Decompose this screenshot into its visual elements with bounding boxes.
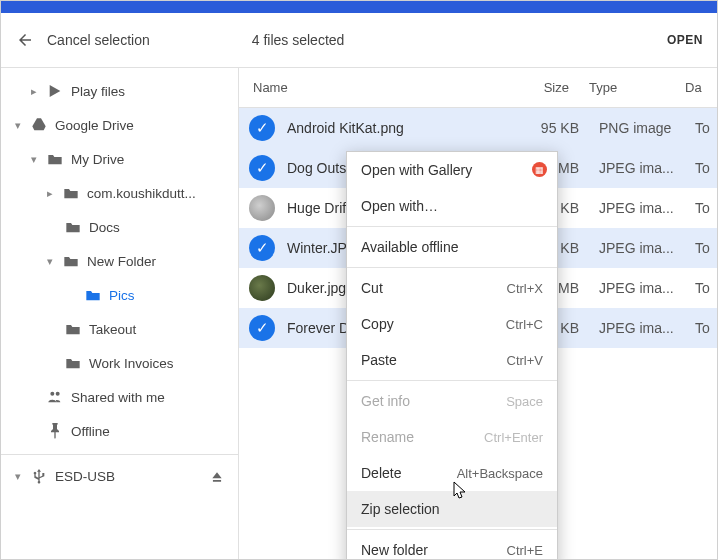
file-date: To	[687, 120, 717, 136]
menu-paste[interactable]: Paste Ctrl+V	[347, 342, 557, 378]
sidebar-item-docs[interactable]: Docs	[1, 210, 238, 244]
sidebar-item-esd-usb[interactable]: ▾ ESD-USB	[1, 454, 238, 494]
chevron-right-icon: ▸	[43, 187, 57, 200]
menu-copy[interactable]: Copy Ctrl+C	[347, 306, 557, 342]
menu-available-offline[interactable]: Available offline	[347, 229, 557, 265]
sidebar-label: Offline	[71, 424, 110, 439]
menu-label: Cut	[361, 280, 383, 296]
check-icon: ✓	[249, 315, 275, 341]
file-date: To	[687, 280, 717, 296]
menu-separator	[347, 380, 557, 381]
menu-open-with[interactable]: Open with…	[347, 188, 557, 224]
sidebar-item-pics[interactable]: Pics	[1, 278, 238, 312]
file-type: JPEG ima...	[589, 240, 687, 256]
col-type-header[interactable]: Type	[579, 80, 677, 95]
cancel-selection-label[interactable]: Cancel selection	[47, 32, 150, 48]
file-date: To	[687, 160, 717, 176]
thumbnail-icon	[249, 195, 275, 221]
file-type: JPEG ima...	[589, 160, 687, 176]
check-icon: ✓	[249, 115, 275, 141]
sidebar-item-google-drive[interactable]: ▾ Google Drive	[1, 108, 238, 142]
people-icon	[45, 390, 65, 404]
menu-label: Zip selection	[361, 501, 440, 517]
menu-label: Paste	[361, 352, 397, 368]
check-icon: ✓	[249, 235, 275, 261]
menu-label: Get info	[361, 393, 410, 409]
open-button[interactable]: OPEN	[667, 33, 703, 47]
sidebar-label: Takeout	[89, 322, 136, 337]
folder-icon	[63, 220, 83, 234]
chevron-down-icon: ▾	[11, 470, 25, 483]
column-headers: Name Size Type Da	[239, 68, 717, 108]
sidebar-label: My Drive	[71, 152, 124, 167]
menu-shortcut: Ctrl+V	[507, 353, 543, 368]
menu-shortcut: Ctrl+E	[507, 543, 543, 558]
folder-icon	[83, 288, 103, 302]
menu-open-gallery[interactable]: Open with Gallery ▦	[347, 152, 557, 188]
menu-label: Copy	[361, 316, 394, 332]
sidebar-item-offline[interactable]: Offline	[1, 414, 238, 448]
play-icon	[45, 83, 65, 99]
menu-delete[interactable]: Delete Alt+Backspace	[347, 455, 557, 491]
sidebar-label: ESD-USB	[55, 469, 115, 484]
thumbnail-icon	[249, 275, 275, 301]
col-date-header[interactable]: Da	[677, 80, 717, 95]
col-name-header[interactable]: Name	[239, 80, 515, 95]
file-row[interactable]: ✓ Android KitKat.png 95 KB PNG image To	[239, 108, 717, 148]
sidebar-label: Shared with me	[71, 390, 165, 405]
sidebar-item-my-drive[interactable]: ▾ My Drive	[1, 142, 238, 176]
sidebar-label: Work Invoices	[89, 356, 174, 371]
menu-new-folder[interactable]: New folder Ctrl+E	[347, 532, 557, 560]
back-arrow-icon[interactable]	[15, 30, 35, 50]
col-size-header[interactable]: Size	[515, 80, 579, 95]
file-type: JPEG ima...	[589, 200, 687, 216]
folder-icon	[63, 356, 83, 370]
folder-icon	[61, 186, 81, 200]
menu-separator	[347, 267, 557, 268]
sidebar-label: Docs	[89, 220, 120, 235]
pin-icon	[45, 423, 65, 439]
check-icon: ✓	[249, 155, 275, 181]
menu-get-info: Get info Space	[347, 383, 557, 419]
sidebar-item-takeout[interactable]: Takeout	[1, 312, 238, 346]
file-size: 95 KB	[525, 120, 589, 136]
menu-shortcut: Alt+Backspace	[457, 466, 543, 481]
selection-count-label: 4 files selected	[252, 32, 345, 48]
cursor-icon	[453, 481, 469, 501]
sidebar-label: Play files	[71, 84, 125, 99]
menu-label: Delete	[361, 465, 401, 481]
chevron-down-icon: ▾	[27, 153, 41, 166]
menu-cut[interactable]: Cut Ctrl+X	[347, 270, 557, 306]
sidebar-item-work-invoices[interactable]: Work Invoices	[1, 346, 238, 380]
sidebar-label: Google Drive	[55, 118, 134, 133]
menu-label: Available offline	[361, 239, 459, 255]
window-titlebar	[1, 1, 717, 13]
sidebar-label: com.koushikdutt...	[87, 186, 196, 201]
sidebar-item-koushikdutt[interactable]: ▸ com.koushikdutt...	[1, 176, 238, 210]
menu-label: Rename	[361, 429, 414, 445]
file-date: To	[687, 200, 717, 216]
file-date: To	[687, 240, 717, 256]
context-menu: Open with Gallery ▦ Open with… Available…	[346, 151, 558, 560]
menu-label: Open with Gallery	[361, 162, 472, 178]
sidebar-item-shared[interactable]: Shared with me	[1, 380, 238, 414]
drive-icon	[29, 117, 49, 133]
menu-shortcut: Space	[506, 394, 543, 409]
chevron-down-icon: ▾	[11, 119, 25, 132]
sidebar-label: Pics	[109, 288, 135, 303]
sidebar-item-new-folder[interactable]: ▾ New Folder	[1, 244, 238, 278]
sidebar: ▸ Play files ▾ Google Drive ▾ My Drive ▸…	[1, 68, 239, 559]
eject-icon[interactable]	[210, 470, 224, 484]
folder-icon	[63, 322, 83, 336]
menu-rename: Rename Ctrl+Enter	[347, 419, 557, 455]
folder-icon	[61, 254, 81, 268]
menu-label: Open with…	[361, 198, 438, 214]
menu-label: New folder	[361, 542, 428, 558]
sidebar-item-play-files[interactable]: ▸ Play files	[1, 74, 238, 108]
menu-separator	[347, 226, 557, 227]
menu-shortcut: Ctrl+C	[506, 317, 543, 332]
chevron-down-icon: ▾	[43, 255, 57, 268]
menu-separator	[347, 529, 557, 530]
menu-zip-selection[interactable]: Zip selection	[347, 491, 557, 527]
file-date: To	[687, 320, 717, 336]
